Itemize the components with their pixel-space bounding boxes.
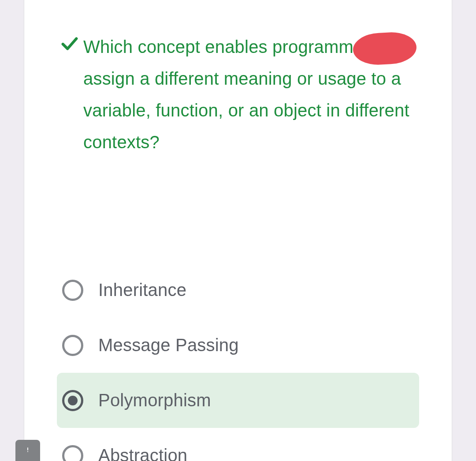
option-message-passing[interactable]: Message Passing — [57, 318, 419, 373]
option-label: Abstraction — [98, 446, 187, 461]
option-label: Polymorphism — [98, 390, 211, 410]
radio-icon — [62, 335, 83, 356]
option-abstraction[interactable]: Abstraction — [57, 428, 419, 461]
option-label: Message Passing — [98, 335, 239, 355]
radio-icon — [62, 445, 83, 461]
radio-icon — [62, 390, 83, 411]
report-problem-button[interactable] — [15, 440, 40, 461]
exclamation-icon — [23, 445, 33, 456]
option-polymorphism[interactable]: Polymorphism — [57, 373, 419, 428]
option-inheritance[interactable]: Inheritance — [57, 262, 419, 318]
options-list: Inheritance Message Passing Polymorphism… — [57, 262, 419, 461]
question-card: Which concept enables programmers to ass… — [24, 0, 452, 461]
radio-icon — [62, 280, 83, 301]
option-label: Inheritance — [98, 280, 186, 300]
correct-check-icon — [60, 31, 83, 54]
